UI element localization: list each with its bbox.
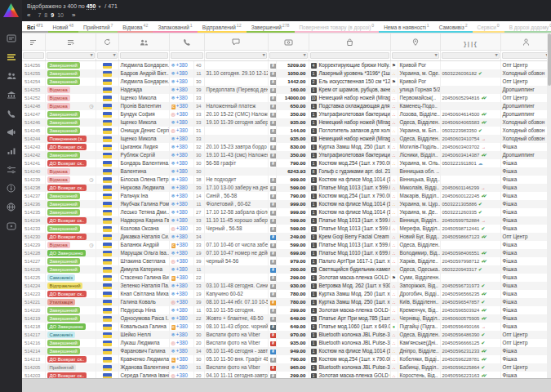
column-source[interactable] <box>500 33 551 51</box>
phone-cell[interactable]: ❄+380 <box>169 363 193 372</box>
phone-cell[interactable]: ❄+380 <box>169 331 193 339</box>
ttn-cell[interactable]: 20450603403702→ <box>440 143 500 151</box>
phone-link[interactable]: +380 <box>176 176 188 182</box>
phone-cell[interactable]: ❄+380 <box>169 151 193 159</box>
ttn-cell[interactable]: 20450598667123✔✔ <box>440 233 500 241</box>
phone-link[interactable]: +380 <box>176 201 188 207</box>
phone-cell[interactable]: ❄+380 <box>169 282 193 290</box>
phone-cell[interactable]: ❄+380 <box>169 306 193 314</box>
phone-cell[interactable]: ❄+380 <box>169 94 193 102</box>
phone-cell[interactable]: ❄+380 <box>169 135 193 143</box>
phone-link[interactable]: +380 <box>176 356 188 362</box>
column-status[interactable] <box>45 33 96 51</box>
phone-link[interactable]: +380 <box>176 332 188 337</box>
table-row[interactable]: 514230 ДО Возврат ск.. Дикавка Наталія С… <box>22 233 551 241</box>
phone-link[interactable]: +380 <box>176 136 188 141</box>
table-row[interactable]: 514241 ДО Возврат ск.. Бондарь Валентина… <box>22 159 551 167</box>
phone-link[interactable]: +380 <box>176 111 188 117</box>
phone-cell[interactable]: ❄+380 <box>169 69 193 78</box>
sidebar-item-calls[interactable] <box>0 104 22 122</box>
phone-link[interactable]: +380 <box>176 62 188 68</box>
phone-link[interactable]: +380 <box>176 242 188 247</box>
phone-cell[interactable]: ❄+380 <box>169 233 193 241</box>
ttn-cell[interactable] <box>440 102 500 110</box>
app-logo-icon[interactable] <box>3 3 19 17</box>
table-row[interactable]: 514253 Відмова Надежда ❄+380 39 Предопла… <box>22 86 551 94</box>
table-row[interactable]: 514213 ДО Возврат ск.. Кравченко Людмила… <box>22 355 551 363</box>
ttn-cell[interactable]: 20450604614500✔✔ <box>440 110 500 118</box>
phone-link[interactable]: +380 <box>176 283 188 288</box>
tab-0[interactable]: Всі471 <box>22 21 48 33</box>
tab-5[interactable]: Відправлений12 <box>198 21 247 33</box>
filter-ttn[interactable]: ▾ <box>440 51 500 61</box>
table-row[interactable]: 514218 ДО Завершено Ковальська Галина ic… <box>22 323 551 331</box>
ttn-cell[interactable] <box>440 86 500 94</box>
ttn-cell[interactable]: 20450603410754→ <box>440 135 500 143</box>
ttn-cell[interactable]: 20450600122245✔✔ <box>440 192 500 200</box>
phone-link[interactable]: +380 <box>176 217 188 223</box>
phone-cell[interactable]: ❄+380 <box>169 200 193 208</box>
table-row[interactable]: 514240 Відмова Валентина ❄+380 30 6243.9… <box>22 167 551 176</box>
table-row[interactable]: 514217 Самовивіз Шейко Неллі ❄+380 30 Ви… <box>22 331 551 339</box>
ttn-cell[interactable]: 20450599752884→ <box>440 216 500 225</box>
phone-cell[interactable]: ❄+380 <box>169 208 193 216</box>
phone-cell[interactable]: ❄+380 <box>169 86 193 94</box>
phone-link[interactable]: +380 <box>176 185 188 190</box>
tab-11[interactable]: В дорозі додому0 <box>504 21 551 33</box>
sidebar-item-dashboard[interactable] <box>0 29 22 47</box>
ttn-cell[interactable]: 20450604065583✔✔ <box>440 118 500 127</box>
phone-cell[interactable]: ❄+380 <box>169 192 193 200</box>
phone-link[interactable]: +380 <box>176 234 188 239</box>
tab-4[interactable]: Запакований1 <box>153 21 197 33</box>
phone-cell[interactable]: ❄+380 <box>169 61 193 70</box>
page-number-10[interactable]: 10 <box>56 12 65 18</box>
phone-cell[interactable]: ❄+380 <box>169 159 193 167</box>
sidebar-item-video[interactable] <box>0 216 22 235</box>
phone-link[interactable]: +380 <box>176 291 188 296</box>
column-price[interactable] <box>268 33 309 51</box>
ttn-cell[interactable]: 0503226036182✔ <box>440 69 500 78</box>
sidebar-item-stats[interactable] <box>0 141 22 160</box>
table-row[interactable]: 514226 Завершений Димула Катерина ❄+380 … <box>22 265 551 274</box>
ttn-cell[interactable] <box>440 176 500 184</box>
phone-link[interactable]: +380 <box>176 193 188 198</box>
phone-link[interactable]: +380 <box>176 168 188 174</box>
phone-link[interactable]: +380 <box>176 78 188 84</box>
phone-cell[interactable]: ic+380 <box>169 323 193 331</box>
ttn-cell[interactable]: 20450596228781✔✔ <box>440 355 500 363</box>
tab-7[interactable]: Повернення товару (в дорозі)0 <box>295 21 380 33</box>
column-client[interactable] <box>118 33 169 51</box>
phone-link[interactable]: +380 <box>176 152 188 158</box>
column-city[interactable] <box>390 33 440 51</box>
table-row[interactable]: 514235 Завершений Лесько Тетяна Дми.. ❄+… <box>22 208 551 216</box>
table-row[interactable]: 514229 Відмова◷ Баланюк Андрій ic+380 33… <box>22 241 551 249</box>
table-row[interactable]: 514245 Завершений Онищук Денис Сергі.. ◎… <box>22 127 551 135</box>
ttn-cell[interactable] <box>440 167 500 176</box>
phone-cell[interactable]: ❄+380 <box>169 184 193 192</box>
sidebar-item-info[interactable] <box>0 179 22 198</box>
column-id[interactable] <box>22 33 45 51</box>
last-page-button[interactable]: » <box>72 11 74 20</box>
phone-link[interactable]: +380 <box>176 266 188 272</box>
ttn-cell[interactable]: 20450596486390✔ <box>440 331 500 339</box>
table-row[interactable]: 514255 Завершений Бадров Андрій Вікт.. ❄… <box>22 69 551 78</box>
filter-phone[interactable] <box>169 51 204 61</box>
table-row[interactable]: 514238 ДО Возврат ск.. Ниркова Людмила ❄… <box>22 184 551 192</box>
ttn-cell[interactable]: 0503221911801☁ <box>440 159 500 167</box>
ttn-cell[interactable] <box>440 241 500 249</box>
tab-6[interactable]: Завершений278 <box>247 21 295 33</box>
first-page-button[interactable]: « <box>27 11 29 20</box>
table-row[interactable]: 514223 ДО Возврат ск.. Кнап Світлана Мих… <box>22 290 551 298</box>
ttn-cell[interactable]: 20450596731973✔ <box>440 282 500 290</box>
scrollbar-thumb[interactable] <box>548 33 551 86</box>
filter-products[interactable] <box>309 51 390 61</box>
table-row[interactable]: 514244 Повернення (з.. Іщенко Микола ❄+3… <box>22 135 551 143</box>
phone-cell[interactable]: ◎+380 <box>169 298 193 306</box>
sidebar-item-company[interactable] <box>0 85 22 104</box>
table-row[interactable]: 514220 Завершений Педурець Ніна ❄+380 11… <box>22 306 551 314</box>
phone-cell[interactable]: ❄+380 <box>169 143 193 151</box>
phone-link[interactable]: +380 <box>176 87 188 92</box>
table-row[interactable]: 514242 Завершений Рублюк Сергій ❄+380 30… <box>22 151 551 159</box>
table-row[interactable]: 514205 Прийнятий Жданова Валентина ❄+380… <box>22 363 551 372</box>
filter-comment[interactable]: ▾ <box>204 51 268 61</box>
